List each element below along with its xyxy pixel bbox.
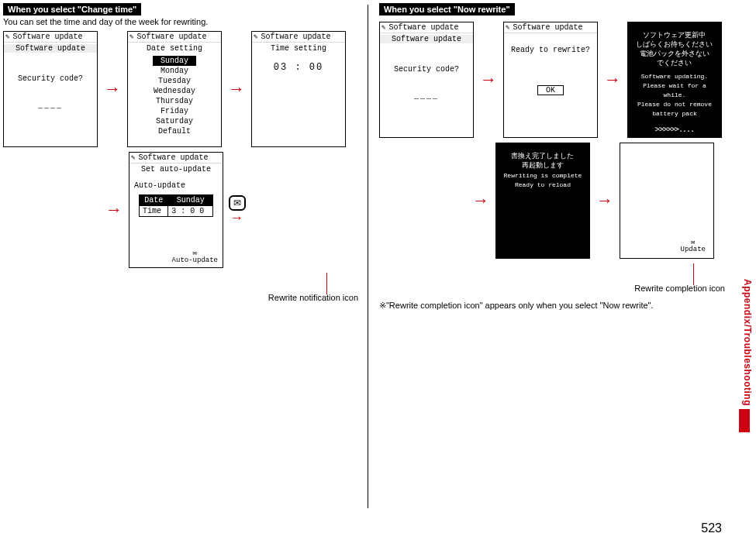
screen-final: ✉Update — [620, 143, 714, 259]
mail-arrow-stack: ✉ → — [226, 195, 247, 225]
screen-time-setting: ✎Software update Time setting 03 : 00 — [251, 31, 346, 147]
side-tab: Appendix/Troubleshooting — [742, 279, 753, 406]
screen-date-setting: ✎Software update Date setting Sunday Mon… — [127, 31, 222, 147]
left-column: When you select "Change time" You can se… — [3, 3, 368, 508]
auto-update-label: Auto-update — [134, 181, 223, 190]
arrow-icon: → — [601, 71, 624, 88]
arrow-icon: → — [477, 71, 500, 88]
edit-icon: ✎ — [254, 33, 257, 41]
left-flow-row-1: ✎Software update Software update Securit… — [3, 31, 360, 147]
progress-chevrons: >>>>>>.... — [631, 125, 718, 134]
edit-icon: ✎ — [131, 153, 135, 162]
left-callout: Rewrite notification icon — [126, 293, 358, 302]
time-value[interactable]: 03 : 00 — [252, 60, 345, 74]
screen-updating: ソフトウェア更新中 しばらくお待ちください 電池パックを外さない でください S… — [627, 22, 722, 138]
mail-icon: ✉ — [229, 195, 246, 211]
day-selected: Sunday — [153, 56, 196, 66]
left-intro: You can set the time and day of the week… — [3, 17, 360, 26]
left-header: When you select "Change time" — [3, 3, 141, 15]
screen-ready-rewrite: ✎Software update Ready to rewrite? OK — [503, 22, 598, 138]
ok-button[interactable]: OK — [537, 85, 564, 95]
right-flow-row-2: → 書換え完了しました 再起動します Rewriting is complete… — [469, 143, 725, 259]
edit-icon: ✎ — [506, 23, 509, 32]
edit-icon: ✎ — [381, 23, 385, 32]
arrow-icon: → — [225, 81, 248, 98]
completion-tiny-icon: ✉Update — [681, 239, 706, 253]
edit-icon: ✎ — [129, 33, 133, 41]
day-list[interactable]: Sunday Monday Tuesday Wednesday Thursday… — [128, 56, 221, 136]
right-column: When you select "Now rewrite" ✎Software … — [368, 3, 733, 508]
screen-security-code: ✎Software update Software update Securit… — [3, 31, 98, 147]
arrow-icon: → — [469, 192, 492, 209]
security-input-2[interactable]: ____ — [383, 92, 470, 101]
screen-security-code-2: ✎Software update Software update Securit… — [379, 22, 474, 138]
left-flow-row-2: → ✎Software update Set auto-update Auto-… — [102, 152, 360, 268]
security-prompt: Security code? — [7, 74, 94, 83]
right-flow-row-1: ✎Software update Software update Securit… — [379, 22, 725, 138]
arrow-icon: → — [226, 211, 247, 225]
notification-tiny-icon: ✉Auto-update — [172, 250, 218, 264]
arrow-icon: → — [102, 201, 126, 218]
screen-complete: 書換え完了しました 再起動します Rewriting is complete R… — [495, 143, 590, 259]
auto-update-table: DateSunday Time3 : 0 0 — [139, 194, 213, 217]
arrow-icon: → — [101, 81, 124, 98]
arrow-icon: → — [593, 192, 616, 209]
security-input[interactable]: ____ — [7, 101, 94, 110]
page-number: 523 — [701, 521, 722, 535]
right-note: ※"Rewrite completion icon" appears only … — [379, 301, 725, 311]
edit-icon: ✎ — [5, 33, 9, 41]
right-header: When you select "Now rewrite" — [379, 3, 515, 15]
callout-line — [693, 263, 694, 285]
callout-line — [326, 273, 327, 294]
screen-auto-update: ✎Software update Set auto-update Auto-up… — [129, 152, 223, 268]
right-callout: Rewrite completion icon — [492, 284, 725, 293]
